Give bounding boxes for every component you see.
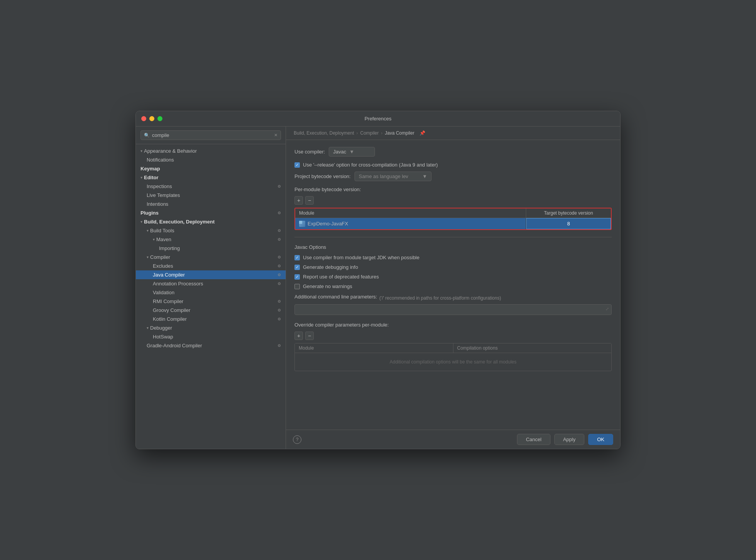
- target-cell[interactable]: 8: [526, 218, 611, 229]
- action-buttons: Cancel Apply OK: [517, 434, 613, 445]
- compiler-select[interactable]: Javac ▼: [329, 147, 375, 157]
- col-module-header: Module: [295, 208, 526, 218]
- breadcrumb-sep-2: ›: [381, 130, 383, 136]
- breadcrumb: Build, Execution, Deployment › Compiler …: [286, 127, 620, 140]
- apply-button[interactable]: Apply: [554, 434, 585, 445]
- add-module-button[interactable]: +: [294, 196, 303, 205]
- release-checkbox[interactable]: [294, 162, 300, 168]
- sidebar-item-keymap[interactable]: Keymap: [136, 164, 286, 173]
- settings-icon-annotation: ⚙: [278, 282, 281, 286]
- override-table: Module Compilation options Additional co…: [294, 343, 612, 371]
- module-icon: [299, 221, 305, 227]
- sidebar-item-inspections[interactable]: Inspections ⚙: [136, 182, 286, 191]
- sidebar-item-plugins[interactable]: Plugins ⚙: [136, 208, 286, 217]
- search-input-wrap: 🔍 ✕: [140, 130, 281, 140]
- expand-icon: ⤢: [605, 307, 609, 312]
- ok-button[interactable]: OK: [588, 434, 613, 445]
- window-controls: [141, 116, 162, 121]
- sidebar-item-importing[interactable]: Importing: [136, 244, 286, 253]
- bytecode-version-label: Project bytecode version:: [294, 173, 351, 179]
- sidebar-item-build-execution[interactable]: ▾ Build, Execution, Deployment: [136, 217, 286, 226]
- sidebar-item-hotswap[interactable]: HotSwap: [136, 332, 286, 341]
- sidebar-item-groovy-compiler[interactable]: Groovy Compiler ⚙: [136, 306, 286, 315]
- settings-icon-gradle: ⚙: [278, 343, 281, 348]
- table2-header: Module Compilation options: [295, 343, 611, 353]
- module-name: ExpDemo-JavaFX: [308, 221, 348, 227]
- main-panel: Build, Execution, Deployment › Compiler …: [286, 127, 620, 449]
- search-icon: 🔍: [144, 133, 150, 138]
- sidebar-item-java-compiler[interactable]: Java Compiler ⚙: [136, 270, 286, 279]
- compiler-value: Javac: [333, 149, 346, 155]
- divider-1: [294, 237, 612, 237]
- settings-icon-maven: ⚙: [278, 237, 281, 242]
- checkbox-report-deprecated[interactable]: [294, 274, 300, 280]
- breadcrumb-item-2: Compiler: [360, 130, 379, 136]
- close-button[interactable]: [141, 116, 146, 121]
- settings-icon-excludes: ⚙: [278, 264, 281, 268]
- sidebar-item-live-templates[interactable]: Live Templates: [136, 191, 286, 200]
- cmdline-input[interactable]: ⤢: [294, 304, 612, 315]
- add-override-button[interactable]: +: [294, 332, 303, 340]
- breadcrumb-sep-1: ›: [356, 130, 358, 136]
- pin-icon: 📌: [420, 130, 425, 136]
- sidebar-item-kotlin-compiler[interactable]: Kotlin Compiler ⚙: [136, 315, 286, 323]
- settings-content: Use compiler: Javac ▼ Use '--release' op…: [286, 140, 620, 430]
- breadcrumb-item-1: Build, Execution, Deployment: [294, 130, 354, 136]
- sidebar-item-excludes[interactable]: Excludes ⚙: [136, 262, 286, 270]
- checkbox-label-1: Generate debugging info: [303, 264, 358, 270]
- bytecode-version-value: Same as language lev: [359, 173, 408, 179]
- sidebar-item-intentions[interactable]: Intentions: [136, 200, 286, 208]
- bytecode-version-row: Project bytecode version: Same as langua…: [294, 172, 612, 181]
- per-module-label: Per-module bytecode version:: [294, 187, 612, 192]
- sidebar-item-appearance[interactable]: ▾ Appearance & Behavior: [136, 147, 286, 155]
- sidebar-item-build-tools[interactable]: ▾ Build Tools ⚙: [136, 226, 286, 235]
- table2-options-header: Compilation options: [453, 343, 612, 353]
- sidebar-item-annotation-processors[interactable]: Annotation Processors ⚙: [136, 279, 286, 288]
- sidebar-item-maven[interactable]: ▾ Maven ⚙: [136, 235, 286, 244]
- release-checkbox-row: Use '--release' option for cross-compila…: [294, 162, 612, 168]
- sidebar-item-debugger[interactable]: ▾ Debugger: [136, 323, 286, 332]
- override-label: Override compiler parameters per-module:: [294, 322, 612, 328]
- maximize-button[interactable]: [157, 116, 162, 121]
- settings-icon-rmi: ⚙: [278, 299, 281, 303]
- cancel-button[interactable]: Cancel: [517, 434, 550, 445]
- clear-icon[interactable]: ✕: [274, 133, 278, 138]
- cmdline-note: ('/' recommended in paths for cross-plat…: [380, 295, 501, 301]
- override-controls: + −: [294, 332, 612, 340]
- sidebar-item-editor[interactable]: ▾ Editor: [136, 173, 286, 182]
- col-target-header: Target bytecode version: [526, 208, 611, 218]
- remove-module-button[interactable]: −: [305, 196, 314, 205]
- remove-override-button[interactable]: −: [305, 332, 314, 340]
- titlebar: Preferences: [136, 111, 620, 127]
- settings-icon-kotlin: ⚙: [278, 317, 281, 321]
- checkbox-row-2: Report use of deprecated features: [294, 274, 612, 280]
- sidebar-item-gradle-android[interactable]: Gradle-Android Compiler ⚙: [136, 341, 286, 350]
- checkbox-row-3: Generate no warnings: [294, 283, 612, 289]
- checkbox-no-warnings[interactable]: [294, 284, 300, 289]
- search-box: 🔍 ✕: [136, 127, 286, 144]
- help-button[interactable]: ?: [293, 435, 301, 444]
- sidebar: 🔍 ✕ ▾ Appearance & Behavior Notification…: [136, 127, 286, 449]
- checkbox-use-compiler[interactable]: [294, 255, 300, 260]
- per-module-controls: + −: [294, 196, 612, 205]
- minimize-button[interactable]: [149, 116, 154, 121]
- settings-icon-java-compiler: ⚙: [278, 273, 281, 277]
- checkbox-label-2: Report use of deprecated features: [303, 274, 379, 280]
- sidebar-item-notifications[interactable]: Notifications: [136, 155, 286, 164]
- sidebar-item-rmi-compiler[interactable]: RMI Compiler ⚙: [136, 297, 286, 306]
- sidebar-item-validation[interactable]: Validation: [136, 288, 286, 297]
- search-input[interactable]: [152, 132, 272, 138]
- checkbox-generate-debug[interactable]: [294, 265, 300, 270]
- breadcrumb-item-3: Java Compiler: [385, 130, 415, 136]
- bytecode-version-select[interactable]: Same as language lev ▼: [355, 172, 432, 181]
- table-row[interactable]: ExpDemo-JavaFX 8: [295, 218, 611, 229]
- additional-cmdline-label: Additional command line parameters:: [294, 294, 377, 300]
- settings-icon-compiler: ⚙: [278, 255, 281, 259]
- main-content-area: 🔍 ✕ ▾ Appearance & Behavior Notification…: [136, 127, 620, 449]
- use-compiler-row: Use compiler: Javac ▼: [294, 147, 612, 157]
- sidebar-item-compiler[interactable]: ▾ Compiler ⚙: [136, 253, 286, 262]
- table2-empty-message: Additional compilation options will be t…: [295, 353, 611, 371]
- cmdline-row: Additional command line parameters: ('/'…: [294, 294, 612, 302]
- settings-icon-build: ⚙: [278, 228, 281, 233]
- checkbox-row-0: Use compiler from module target JDK when…: [294, 255, 612, 260]
